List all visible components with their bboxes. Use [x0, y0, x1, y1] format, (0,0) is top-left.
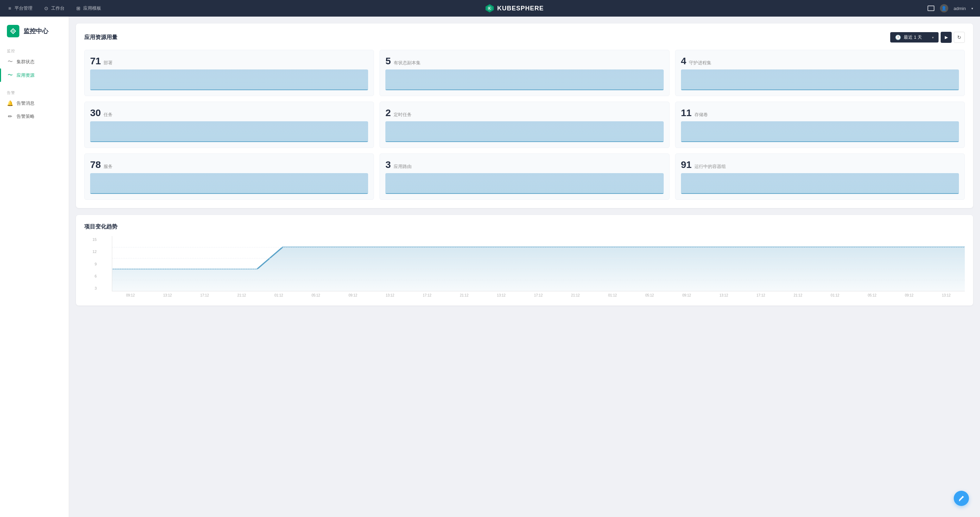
metric-label-jobs: 任务	[103, 112, 113, 118]
sidebar-brand: 监控中心	[0, 25, 69, 46]
time-dropdown[interactable]: 🕐 最近 1 天 ▾	[890, 32, 939, 43]
sidebar: 监控中心 监控 〜 集群状态 〜 应用资源 告警 🔔 告警消息 ✏ 告警策略	[0, 17, 69, 517]
time-label: 最近 1 天	[904, 34, 922, 40]
chart-y-label: 9	[84, 262, 97, 266]
metric-chart-daemonsets	[681, 69, 959, 90]
time-dropdown-arrow: ▾	[932, 35, 934, 39]
metric-chart-line-services	[90, 193, 368, 194]
metric-header-statefulsets: 5 有状态副本集	[385, 56, 663, 67]
metric-chart-line-jobs	[90, 141, 368, 142]
chart-x-label: 09:12	[891, 294, 928, 297]
topnav-platform-mgmt[interactable]: ≡ 平台管理	[7, 5, 32, 11]
metric-chart-line-pvcs	[681, 141, 959, 142]
metric-number-statefulsets: 5	[385, 56, 391, 67]
metric-card-daemonsets: 4 守护进程集	[675, 50, 965, 96]
topnav-app-template[interactable]: ⊞ 应用模板	[76, 5, 101, 11]
metric-header-pvcs: 11 存储卷	[681, 107, 959, 118]
workbench-label: 工作台	[51, 5, 65, 11]
chart-x-label: 09:12	[112, 294, 149, 297]
grid-line-12	[112, 247, 965, 247]
grid-line-9	[112, 258, 965, 258]
admin-dropdown-arrow[interactable]: ▾	[971, 6, 973, 10]
topnav: ≡ 平台管理 ⊙ 工作台 ⊞ 应用模板 K KUBESPHERE 👤 admin…	[0, 0, 980, 17]
sidebar-item-alert-policies[interactable]: ✏ 告警策略	[0, 110, 69, 123]
chart-x-label: 13:12	[149, 294, 186, 297]
logo-text: KUBESPHERE	[497, 5, 544, 12]
metric-chart-fill-pods	[681, 173, 959, 194]
sidebar-item-alert-messages[interactable]: 🔔 告警消息	[0, 97, 69, 110]
metric-card-pods: 91 运行中的容器组	[675, 153, 965, 200]
metric-chart-services	[90, 173, 368, 194]
chart-svg	[112, 236, 965, 291]
metric-chart-fill-deployments	[90, 69, 368, 90]
chart-y-label: 15	[84, 238, 97, 242]
admin-label[interactable]: admin	[954, 6, 966, 11]
chart-x-labels: 09:1213:1217:1221:1201:1205:1209:1213:12…	[112, 294, 965, 297]
main-content: 应用资源用量 🕐 最近 1 天 ▾ ▶ ↻ 71 部署	[69, 17, 980, 517]
refresh-button[interactable]: ↻	[954, 32, 965, 43]
chart-x-label: 09:12	[668, 294, 705, 297]
avatar-icon: 👤	[940, 4, 948, 13]
metric-chart-fill-cronjobs	[385, 121, 663, 142]
metric-chart-statefulsets	[385, 69, 663, 90]
metric-chart-ingresses	[385, 173, 663, 194]
alert-messages-label: 告警消息	[17, 100, 35, 107]
chart-x-label: 01:12	[260, 294, 298, 297]
chart-y-label: 3	[84, 286, 97, 290]
chart-x-label: 05:12	[854, 294, 891, 297]
alert-policies-label: 告警策略	[17, 113, 35, 120]
metric-chart-line-deployments	[90, 89, 368, 90]
chart-y-label: 6	[84, 274, 97, 278]
metric-number-deployments: 71	[90, 56, 101, 67]
topnav-workbench[interactable]: ⊙ 工作台	[43, 5, 65, 11]
app-template-icon: ⊞	[76, 6, 81, 11]
chart-x-label: 17:12	[409, 294, 445, 297]
chart-x-label: 01:12	[594, 294, 631, 297]
fab-button[interactable]	[954, 491, 969, 506]
metric-card-jobs: 30 任务	[84, 102, 374, 148]
resources-header: 应用资源用量 🕐 最近 1 天 ▾ ▶ ↻	[84, 32, 965, 43]
metric-chart-pods	[681, 173, 959, 194]
metric-chart-fill-daemonsets	[681, 69, 959, 90]
metric-label-pvcs: 存储卷	[694, 112, 708, 118]
metric-header-jobs: 30 任务	[90, 107, 368, 118]
resources-section: 应用资源用量 🕐 最近 1 天 ▾ ▶ ↻ 71 部署	[76, 24, 973, 208]
metric-header-cronjobs: 2 定时任务	[385, 107, 663, 118]
metric-card-services: 78 服务	[84, 153, 374, 200]
chart-x-label: 13:12	[483, 294, 520, 297]
metric-chart-fill-pvcs	[681, 121, 959, 142]
metric-number-daemonsets: 4	[681, 56, 686, 67]
metric-chart-jobs	[90, 121, 368, 142]
metric-header-daemonsets: 4 守护进程集	[681, 56, 959, 67]
sidebar-brand-title: 监控中心	[24, 27, 48, 35]
logo-icon: K	[485, 3, 495, 13]
sidebar-item-app-resources[interactable]: 〜 应用资源	[0, 69, 69, 82]
chart-y-axis: 3691215	[84, 236, 98, 297]
clock-icon: 🕐	[895, 35, 901, 40]
sidebar-item-cluster-status[interactable]: 〜 集群状态	[0, 55, 69, 69]
metric-number-ingresses: 3	[385, 159, 391, 171]
chart-x-label: 09:12	[334, 294, 371, 297]
metric-label-services: 服务	[103, 163, 113, 170]
metric-chart-line-ingresses	[385, 193, 663, 194]
workbench-icon: ⊙	[43, 6, 49, 11]
brand-icon	[7, 25, 19, 37]
monitoring-section-label: 监控	[0, 46, 69, 55]
metric-label-statefulsets: 有状态副本集	[394, 60, 421, 66]
platform-mgmt-label: 平台管理	[14, 5, 32, 11]
alert-section-label: 告警	[0, 88, 69, 97]
metric-number-pvcs: 11	[681, 107, 692, 118]
chart-x-label: 17:12	[743, 294, 780, 297]
play-button[interactable]: ▶	[941, 32, 952, 43]
topnav-right: 👤 admin ▾	[928, 4, 973, 13]
time-selector: 🕐 最近 1 天 ▾ ▶ ↻	[890, 32, 965, 43]
metric-label-daemonsets: 守护进程集	[689, 60, 711, 66]
metric-card-ingresses: 3 应用路由	[380, 153, 669, 200]
metric-label-cronjobs: 定时任务	[394, 112, 412, 118]
metric-chart-line-cronjobs	[385, 141, 663, 142]
topnav-center: K KUBESPHERE	[101, 3, 928, 13]
metric-chart-line-daemonsets	[681, 89, 959, 90]
app-resources-icon: 〜	[7, 72, 13, 78]
metrics-grid: 71 部署 5 有状态副本集 4 守护进程集 30 任务	[84, 50, 965, 200]
metric-header-pods: 91 运行中的容器组	[681, 159, 959, 171]
